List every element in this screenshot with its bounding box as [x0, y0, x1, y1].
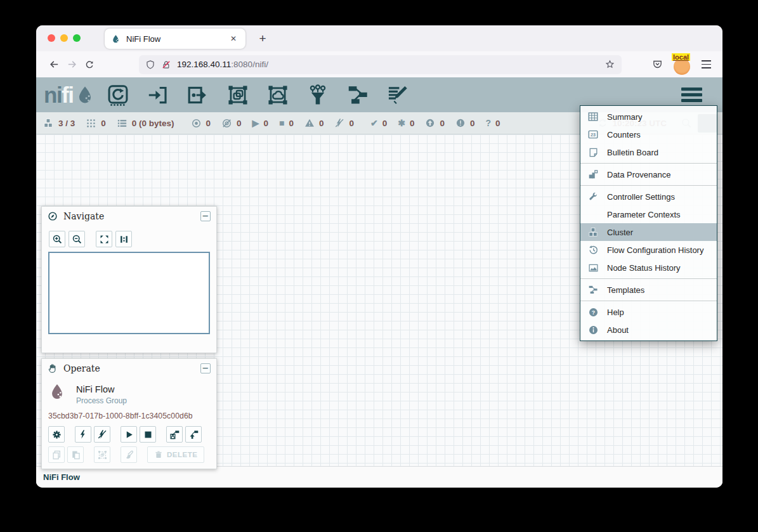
window-minimize-button[interactable] — [60, 34, 68, 42]
change-color-button[interactable] — [121, 446, 137, 463]
stale-count: 0 — [440, 119, 445, 128]
counters-icon — [587, 129, 599, 140]
disable-button[interactable] — [94, 426, 110, 443]
url-host: 192.168.40.11 — [177, 60, 231, 69]
delete-button[interactable]: DELETE — [147, 446, 204, 463]
process-group-component-button[interactable] — [225, 82, 251, 108]
delete-label: DELETE — [167, 451, 197, 458]
up-to-date-count: 0 — [382, 119, 388, 128]
active-threads-count: 0 — [101, 119, 106, 128]
menu-item-bulletin-board[interactable]: Bulletin Board — [580, 143, 717, 161]
configure-button[interactable] — [48, 426, 65, 443]
desktop-background: NiFi Flow ✕ + 192.168.40.11:8080/nifi/ l… — [0, 0, 758, 532]
input-port-component-button[interactable] — [145, 82, 171, 108]
browser-menu-button[interactable] — [699, 56, 714, 72]
tracking-protection-shield-icon[interactable] — [145, 60, 155, 70]
remote-process-group-component-button[interactable] — [265, 82, 291, 108]
tab-close-icon[interactable]: ✕ — [228, 33, 239, 44]
start-button[interactable] — [121, 426, 137, 443]
invalid-count: 0 — [319, 119, 324, 128]
forward-button[interactable] — [63, 56, 81, 74]
menu-item-controller-settings[interactable]: Controller Settings — [580, 188, 717, 205]
menu-item-node-status-history[interactable]: Node Status History — [580, 259, 717, 276]
menu-item-summary[interactable]: Summary — [580, 108, 717, 126]
trash-icon — [154, 450, 163, 459]
logo-text-fi: fi — [62, 84, 73, 106]
bookmark-star-icon[interactable] — [604, 59, 615, 70]
template-component-button[interactable] — [345, 82, 370, 108]
disabled-status: 0 — [334, 118, 354, 128]
window-zoom-button[interactable] — [73, 34, 81, 42]
threads-icon — [86, 118, 96, 129]
zoom-in-button[interactable] — [49, 231, 65, 247]
zoom-out-button[interactable] — [69, 231, 85, 247]
reload-button[interactable] — [81, 56, 98, 74]
stop-button[interactable] — [140, 426, 156, 443]
breadcrumb-item[interactable]: NiFi Flow — [43, 472, 80, 482]
operate-collapse-button[interactable]: − — [200, 363, 211, 373]
group-button[interactable] — [94, 446, 110, 463]
global-menu: Summary Counters Bulletin Board Data Pro… — [580, 105, 717, 341]
provenance-icon — [587, 169, 599, 180]
menu-item-help[interactable]: Help — [580, 303, 717, 321]
selected-component-type: Process Group — [76, 396, 127, 405]
global-menu-button[interactable] — [679, 85, 705, 105]
operate-title: Operate — [63, 363, 100, 373]
queued-status: 0 (0 bytes) — [117, 118, 174, 129]
stopped-icon: ■ — [279, 119, 284, 127]
locally-modified-stale-icon — [455, 118, 466, 128]
transmitting-count: 0 — [206, 119, 211, 128]
compass-icon — [48, 211, 58, 221]
save-template-button[interactable] — [166, 426, 183, 443]
enable-button[interactable] — [75, 426, 91, 443]
disabled-icon — [334, 118, 344, 128]
nifi-drop-icon — [75, 83, 95, 107]
upload-template-button[interactable] — [185, 426, 202, 443]
url-text[interactable]: 192.168.40.11:8080/nifi/ — [177, 60, 599, 69]
zoom-fit-button[interactable] — [96, 231, 112, 247]
active-threads-status: 0 — [86, 118, 106, 129]
url-bar[interactable]: 192.168.40.11:8080/nifi/ — [139, 55, 622, 74]
menu-item-parameter-contexts[interactable]: Parameter Contexts — [580, 205, 717, 223]
processor-component-button[interactable] — [105, 82, 131, 108]
running-status: ▶0 — [252, 119, 268, 128]
nifi-favicon-icon — [111, 34, 121, 44]
hand-icon — [48, 363, 58, 373]
navigate-header: Navigate − — [42, 207, 216, 226]
navigate-title: Navigate — [63, 211, 104, 221]
copy-button[interactable] — [48, 446, 65, 463]
menu-item-cluster[interactable]: Cluster — [580, 223, 717, 241]
menu-item-about[interactable]: About — [580, 321, 717, 339]
menu-item-templates[interactable]: Templates — [580, 281, 717, 299]
profile-badge: local — [672, 53, 690, 61]
selected-component-id: 35cbd3b7-017b-1000-8bff-1c3405c00d6b — [48, 412, 210, 420]
cluster-icon — [42, 117, 54, 129]
logo-text-ni: ni — [44, 84, 62, 106]
output-port-component-button[interactable] — [185, 82, 211, 108]
menu-item-counters[interactable]: Counters — [580, 126, 717, 143]
locally-modified-icon: ✱ — [398, 119, 405, 127]
pocket-icon[interactable] — [648, 56, 666, 74]
not-transmitting-count: 0 — [237, 119, 242, 128]
navigate-collapse-button[interactable]: − — [200, 211, 211, 221]
funnel-component-button[interactable] — [305, 82, 330, 108]
window-controls — [48, 34, 81, 42]
stopped-status: ■0 — [279, 119, 294, 128]
menu-item-flow-configuration-history[interactable]: Flow Configuration History — [580, 241, 717, 259]
window-close-button[interactable] — [48, 34, 55, 42]
operate-buttons-row-2: DELETE — [48, 446, 210, 463]
label-component-button[interactable] — [385, 82, 410, 108]
zoom-actual-size-button[interactable] — [115, 231, 132, 247]
insecure-lock-icon[interactable] — [161, 60, 171, 70]
not-transmitting-status: 0 — [221, 118, 242, 129]
menu-item-data-provenance[interactable]: Data Provenance — [580, 165, 717, 183]
new-tab-button[interactable]: + — [254, 30, 271, 47]
locally-modified-stale-count: 0 — [470, 119, 475, 128]
stopped-count: 0 — [289, 119, 294, 128]
browser-tab[interactable]: NiFi Flow ✕ — [105, 29, 245, 49]
back-button[interactable] — [45, 56, 63, 74]
birdseye-map[interactable] — [48, 252, 210, 334]
profile-avatar[interactable]: local — [674, 56, 691, 74]
connected-nodes-count: 3 / 3 — [58, 119, 75, 128]
paste-button[interactable] — [67, 446, 84, 463]
